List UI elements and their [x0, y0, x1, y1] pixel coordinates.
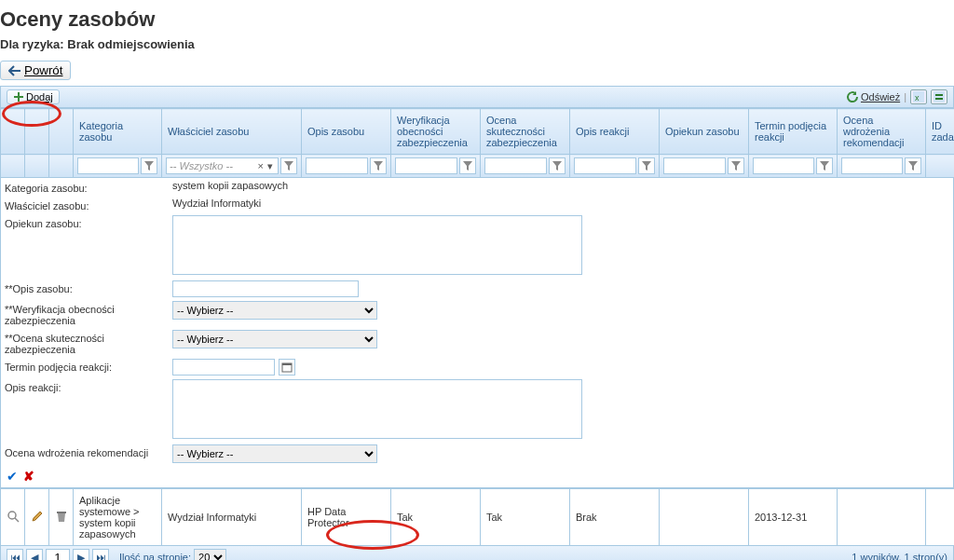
lbl-termin: Termin podjęcia reakcji: [5, 359, 172, 373]
val-wlasciciel: Wydział Informatyki [172, 198, 949, 209]
pager-perpage-label: Ilość na stronie: [119, 552, 191, 560]
svg-rect-4 [934, 91, 945, 102]
chevron-down-icon[interactable]: ▾ [266, 160, 275, 172]
col-kategoria[interactable]: Kategoria zasobu [74, 109, 162, 155]
cell-kategoria: Aplikacje systemowe > system kopii zapas… [74, 489, 162, 546]
col-opiekun[interactable]: Opiekun zasobu [660, 109, 749, 155]
cell-termin: 2013-12-31 [749, 489, 838, 546]
filter-opis-btn[interactable] [370, 157, 387, 174]
lbl-kategoria: Kategoria zasobu: [5, 180, 172, 194]
ocena-sk-select[interactable]: -- Wybierz -- [172, 330, 377, 348]
funnel-icon [642, 161, 651, 171]
cell-wlasciciel: Wydział Informatyki [162, 489, 302, 546]
funnel-icon [820, 161, 829, 171]
grid-data: Aplikacje systemowe > system kopii zapas… [0, 488, 954, 546]
filter-kategoria[interactable] [77, 157, 139, 174]
funnel-icon [731, 161, 741, 171]
col-termin[interactable]: Termin podjęcia reakcji [749, 109, 838, 155]
svg-rect-1 [14, 96, 23, 98]
col-opis-reakcji[interactable]: Opis reakcji [570, 109, 660, 155]
lbl-opis-reakcji: Opis reakcji: [5, 379, 172, 393]
col-wlasciciel[interactable]: Właściciel zasobu [162, 109, 302, 155]
cell-weryf: Tak [391, 489, 481, 546]
termin-input[interactable] [172, 359, 275, 376]
filter-weryf[interactable] [395, 157, 457, 174]
export-csv-button[interactable] [931, 89, 947, 104]
filter-opiekun[interactable] [663, 157, 726, 174]
cell-ocena-sk: Tak [481, 489, 570, 546]
filter-opis-reakcji-btn[interactable] [638, 157, 655, 174]
arrow-left-icon [8, 65, 21, 76]
back-button[interactable]: Powrót [0, 61, 71, 80]
lbl-wlasciciel: Właściciel zasobu: [5, 198, 172, 212]
filter-termin[interactable] [753, 157, 814, 174]
grid-toolbar: Dodaj Odśwież | x [0, 86, 954, 108]
opiekun-textarea[interactable] [172, 215, 582, 275]
weryf-select[interactable]: -- Wybierz -- [172, 301, 377, 320]
filter-wlasciciel-btn[interactable] [280, 157, 297, 174]
col-weryfikacja[interactable]: Weryfikacja obecności zabezpieczenia [391, 109, 481, 155]
col-opis[interactable]: Opis zasobu [302, 109, 391, 155]
separator: | [904, 91, 906, 102]
col-ocena-skut[interactable]: Ocena skuteczności zabezpieczenia [481, 109, 570, 155]
filter-opiekun-btn[interactable] [728, 157, 744, 174]
filter-opis-reakcji[interactable] [574, 157, 636, 174]
page-title: Oceny zasobów [0, 7, 954, 32]
refresh-label: Odśwież [861, 91, 900, 102]
filter-opis[interactable] [306, 157, 368, 174]
view-button[interactable] [7, 513, 20, 525]
cell-opis: HP Data Protector [302, 489, 391, 546]
table-row[interactable]: Aplikacje systemowe > system kopii zapas… [1, 489, 955, 546]
filter-wlasciciel-combo[interactable]: -- Wszystko --×▾ [166, 157, 279, 174]
ocena-wdr-select[interactable]: -- Wybierz -- [172, 444, 377, 463]
cell-id [926, 489, 955, 546]
cancel-button[interactable]: ✘ [23, 469, 34, 484]
confirm-button[interactable]: ✔ [7, 469, 18, 484]
val-kategoria: system kopii zapasowych [172, 180, 949, 191]
cell-opis-reakcji: Brak [570, 489, 660, 546]
filter-ocena-sk[interactable] [484, 157, 547, 174]
excel-icon: x [913, 91, 924, 102]
plus-icon [13, 91, 24, 102]
funnel-icon [552, 161, 562, 171]
pager: ⏮ ◀ ▶ ⏭ Ilość na stronie: 20 1 wyników, … [0, 546, 954, 560]
pager-prev[interactable]: ◀ [26, 549, 43, 560]
opis-input[interactable] [172, 280, 359, 297]
svg-rect-6 [935, 98, 943, 100]
clear-icon[interactable]: × [256, 160, 266, 171]
pager-first[interactable]: ⏮ [7, 549, 23, 560]
filter-ocena-wdr[interactable] [841, 157, 903, 174]
add-button[interactable]: Dodaj [7, 89, 60, 104]
calendar-button[interactable] [279, 359, 295, 376]
opis-reakcji-textarea[interactable] [172, 379, 582, 439]
refresh-button[interactable]: Odśwież [846, 90, 900, 103]
refresh-icon [846, 90, 859, 103]
funnel-icon [374, 161, 383, 171]
calendar-icon [281, 362, 293, 373]
col-ocena-wdr[interactable]: Ocena wdrożenia rekomendacji [838, 109, 926, 155]
funnel-icon [463, 161, 472, 171]
edit-button[interactable] [31, 513, 44, 525]
lbl-opiekun: Opiekun zasobu: [5, 215, 172, 229]
filter-ocena-sk-btn[interactable] [549, 157, 566, 174]
lbl-weryf: **Weryfikacja obecności zabezpieczenia [5, 301, 172, 326]
funnel-icon [908, 161, 918, 171]
cell-opiekun [660, 489, 749, 546]
cell-ocena-wdr [838, 489, 926, 546]
csv-icon [934, 91, 945, 102]
pager-last[interactable]: ⏭ [92, 549, 109, 560]
col-id[interactable]: ID zadania [926, 109, 955, 155]
pager-next[interactable]: ▶ [73, 549, 89, 560]
pager-summary: 1 wyników, 1 stron(y) [852, 552, 947, 560]
filter-ocena-wdr-btn[interactable] [905, 157, 921, 174]
pencil-icon [31, 510, 44, 523]
lbl-ocena-wdr: Ocena wdrożenia rekomendacji [5, 444, 172, 458]
pager-perpage-select[interactable]: 20 [194, 549, 226, 560]
delete-button[interactable] [55, 513, 68, 525]
svg-rect-8 [282, 363, 292, 365]
filter-kategoria-btn[interactable] [141, 157, 157, 174]
filter-termin-btn[interactable] [816, 157, 833, 174]
filter-weryf-btn[interactable] [459, 157, 476, 174]
pager-page-input[interactable] [46, 549, 70, 560]
export-excel-button[interactable]: x [910, 89, 927, 104]
